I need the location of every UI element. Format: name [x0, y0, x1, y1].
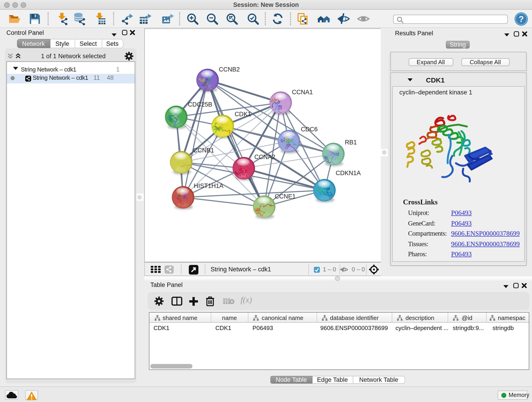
- svg-text:CCNB2: CCNB2: [219, 66, 240, 73]
- svg-text:RB1: RB1: [345, 139, 357, 146]
- svg-text:CCNE1: CCNE1: [274, 193, 296, 200]
- svg-text:CDC6: CDC6: [301, 126, 317, 133]
- svg-text:CDKN1A: CDKN1A: [336, 170, 361, 177]
- svg-text:HIST1H1A: HIST1H1A: [194, 182, 223, 189]
- svg-text:CCNA1: CCNA1: [292, 89, 313, 96]
- svg-text:?: ?: [519, 14, 524, 24]
- svg-text:CDK1: CDK1: [234, 111, 251, 118]
- svg-text:CCNA2: CCNA2: [254, 153, 275, 160]
- svg-text:CCNB1: CCNB1: [193, 147, 214, 154]
- svg-text:CDC25B: CDC25B: [188, 101, 212, 108]
